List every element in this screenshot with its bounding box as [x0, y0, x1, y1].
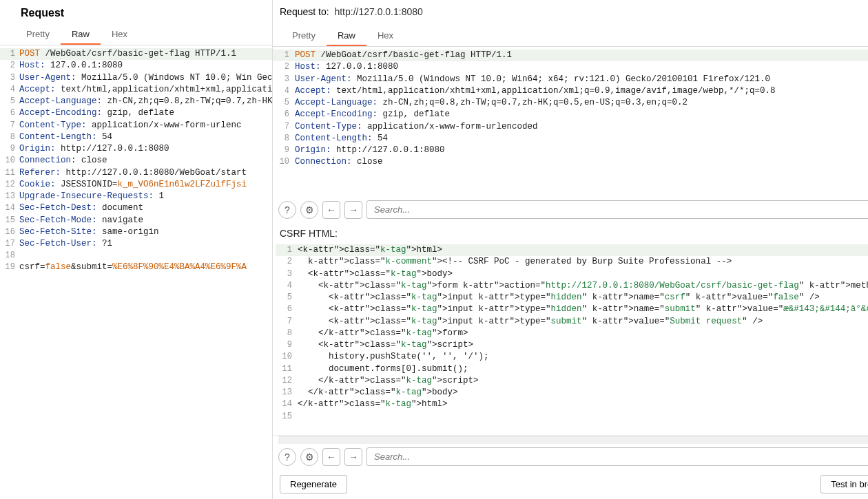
code-line: 8Content-Length: 54: [273, 133, 868, 145]
code-line: 7 <k-attr">class="k-tag">input k-attr">t…: [276, 316, 868, 328]
prev-arrow-1[interactable]: ←: [322, 201, 340, 219]
code-line: 10Connection: close: [0, 155, 272, 167]
right-request-code[interactable]: 1POST /WebGoat/csrf/basic-get-flag HTTP/…: [273, 47, 868, 197]
code-line: 19csrf=false&submit=%E6%8F%90%E4%BA%A4%E…: [0, 262, 272, 273]
csrf-html-label: CSRF HTML:: [273, 222, 868, 242]
code-line: 7Content-Type: application/x-www-form-ur…: [273, 121, 868, 133]
code-line: 9Origin: http://127.0.0.1:8080: [273, 145, 868, 156]
left-tabs: Pretty Raw Hex: [0, 23, 272, 45]
left-code-area[interactable]: 1POST /WebGoat/csrf/basic-get-flag HTTP/…: [0, 45, 272, 499]
code-line: 12Cookie: JSESSIONID=k_m_VO6nE1n6lw2LFZu…: [0, 179, 272, 191]
horizontal-scrollbar[interactable]: [278, 436, 868, 444]
code-line: 16Sec-Fetch-Site: same-origin: [0, 226, 272, 238]
code-line: 2Host: 127.0.0.1:8080: [273, 61, 868, 73]
code-line: 6Accept-Encoding: gzip, deflate: [0, 107, 272, 119]
prev-arrow-2[interactable]: ←: [322, 448, 340, 466]
code-line: 2 k-attr">class="k-comment"><!-- CSRF Po…: [276, 256, 868, 268]
search-toolbar-2: ? ⚙ ← → 0 matches: [273, 444, 868, 469]
code-line: 11Referer: http://127.0.0.1:8080/WebGoat…: [0, 167, 272, 179]
code-line: 3User-Agent: Mozilla/5.0 (Windows NT 10.…: [273, 74, 868, 85]
request-to-label: Request to:: [280, 6, 329, 17]
code-line: 8 </k-attr">class="k-tag">form>: [276, 328, 868, 339]
code-line: 1<k-attr">class="k-tag">html>: [276, 244, 868, 256]
csrf-html-code[interactable]: 1<k-attr">class="k-tag">html>2 k-attr">c…: [273, 242, 868, 436]
code-line: 14Sec-Fetch-Dest: document: [0, 202, 272, 214]
right-pane: Request to: http://127.0.0.1:8080 Option…: [273, 0, 868, 499]
code-line: 5Accept-Language: zh-CN,zh;q=0.8,zh-TW;q…: [273, 97, 868, 109]
search-input-1[interactable]: [366, 200, 868, 219]
request-title: Request: [0, 0, 272, 23]
code-line: 4Accept: text/html,application/xhtml+xml…: [0, 84, 272, 96]
code-line: 6 <k-attr">class="k-tag">input k-attr">t…: [276, 304, 868, 315]
code-line: 5 <k-attr">class="k-tag">input k-attr">t…: [276, 292, 868, 304]
search-toolbar-1: ? ⚙ ← → 0 matches: [273, 197, 868, 222]
code-line: 3 <k-attr">class="k-tag">body>: [276, 268, 868, 280]
help-icon-3[interactable]: ?: [278, 448, 296, 466]
request-to-bar: Request to: http://127.0.0.1:8080 Option…: [273, 0, 868, 25]
help-icon-2[interactable]: ?: [278, 201, 296, 219]
code-line: 13Upgrade-Insecure-Requests: 1: [0, 191, 272, 202]
code-line: 14</k-attr">class="k-tag">html>: [276, 399, 868, 410]
tab-pretty-right[interactable]: Pretty: [281, 25, 327, 46]
right-tabs: Pretty Raw Hex: [273, 25, 404, 46]
search-input-2[interactable]: [366, 447, 868, 466]
tab-hex-left[interactable]: Hex: [101, 23, 138, 45]
code-line: 10 history.pushState('', '', '/');: [276, 351, 868, 363]
tab-pretty-left[interactable]: Pretty: [15, 23, 61, 45]
code-line: 15Sec-Fetch-Mode: navigate: [0, 215, 272, 226]
footer-buttons: Regenerate Test in browser Copy HTML Clo…: [273, 469, 868, 499]
code-line: 5Accept-Language: zh-CN,zh;q=0.8,zh-TW;q…: [0, 96, 272, 107]
code-line: 1POST /WebGoat/csrf/basic-get-flag HTTP/…: [0, 48, 272, 60]
test-in-browser-button[interactable]: Test in browser: [820, 475, 868, 493]
code-line: 15: [276, 411, 868, 423]
code-line: 7Content-Type: application/x-www-form-ur…: [0, 120, 272, 131]
next-arrow-1[interactable]: →: [344, 201, 362, 219]
gear-icon-2[interactable]: ⚙: [300, 201, 318, 219]
regenerate-button[interactable]: Regenerate: [280, 475, 347, 493]
tab-raw-left[interactable]: Raw: [61, 23, 101, 45]
code-line: 12 </k-attr">class="k-tag">script>: [276, 375, 868, 387]
code-line: 2Host: 127.0.0.1:8080: [0, 60, 272, 72]
code-line: 17Sec-Fetch-User: ?1: [0, 238, 272, 250]
code-line: 4 <k-attr">class="k-tag">form k-attr">ac…: [276, 280, 868, 292]
code-line: 10Connection: close: [273, 156, 868, 168]
code-line: 11 document.forms[0].submit();: [276, 363, 868, 375]
request-to-url: http://127.0.0.1:8080: [334, 6, 422, 17]
code-line: 1POST /WebGoat/csrf/basic-get-flag HTTP/…: [273, 50, 868, 61]
gear-icon-3[interactable]: ⚙: [300, 448, 318, 466]
tab-hex-right[interactable]: Hex: [366, 25, 404, 46]
code-line: 3User-Agent: Mozilla/5.0 (Windows NT 10.…: [0, 72, 272, 84]
tab-raw-right[interactable]: Raw: [327, 25, 366, 46]
code-line: 8Content-Length: 54: [0, 131, 272, 143]
left-request-pane: Request Pretty Raw Hex 1POST /WebGoat/cs…: [0, 0, 273, 499]
code-line: 4Accept: text/html,application/xhtml+xml…: [273, 85, 868, 97]
code-line: 13 </k-attr">class="k-tag">body>: [276, 387, 868, 399]
next-arrow-2[interactable]: →: [344, 448, 362, 466]
code-line: 9Origin: http://127.0.0.1:8080: [0, 143, 272, 155]
code-line: 18: [0, 250, 272, 262]
code-line: 6Accept-Encoding: gzip, deflate: [273, 109, 868, 120]
code-line: 9 <k-attr">class="k-tag">script>: [276, 339, 868, 351]
